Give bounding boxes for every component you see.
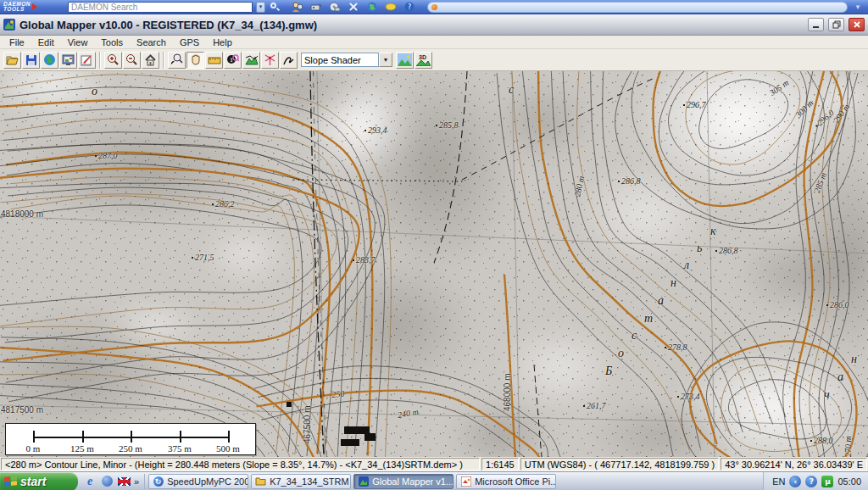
help-icon[interactable]: ? (403, 2, 415, 13)
open-icon (6, 54, 19, 66)
shader-combo[interactable]: Slope Shader ▼ (301, 53, 392, 67)
internet-explorer-icon[interactable]: e (83, 475, 97, 488)
measure-ruler-icon (208, 55, 221, 65)
user-icon[interactable] (291, 2, 303, 13)
scale-tick-label: 125 m (70, 443, 94, 454)
scale-tick-label: 0 m (26, 443, 41, 454)
desktop-screen: DAEMONTOOLS ▼ ? (0, 0, 868, 490)
menu-gps[interactable]: GPS (174, 36, 205, 48)
zoom-out-button[interactable] (123, 52, 141, 69)
digitizer-sheet-icon (81, 54, 93, 66)
daemon-address-bar[interactable] (427, 2, 848, 13)
digitizer-button[interactable] (78, 52, 96, 69)
full-view-button[interactable] (142, 52, 159, 69)
toolbar-separator (163, 52, 164, 69)
scale-tick (33, 431, 35, 443)
open-button[interactable] (3, 52, 21, 69)
menu-help[interactable]: Help (207, 36, 238, 48)
menu-edit[interactable]: Edit (32, 36, 60, 48)
svg-text:i: i (231, 56, 233, 64)
task-speedupmypc[interactable]: ↻ SpeedUpMyPC 2009 (148, 474, 248, 489)
map-vector-layer (0, 71, 868, 457)
scale-tick (131, 431, 132, 443)
statusbar: <280 m> Contour Line, Minor - (Height = … (0, 457, 868, 471)
overlay-center-button[interactable] (59, 52, 77, 69)
full-view-home-icon (144, 54, 157, 66)
zoom-tool-icon (170, 53, 183, 66)
pan-hand-button[interactable] (186, 52, 204, 69)
search-lens-icon[interactable] (269, 2, 281, 13)
search-dropdown-button[interactable]: ▼ (256, 2, 265, 13)
task-office-picture[interactable]: Microsoft Office Pi... (456, 474, 556, 489)
status-utm-position: UTM (WGS84) - ( 467717.142, 4818199.759 … (520, 458, 719, 471)
browser-globe-icon[interactable] (100, 475, 114, 488)
scale-tick (228, 431, 230, 443)
scan-speckle (0, 71, 868, 457)
web-globe-icon[interactable] (365, 2, 378, 13)
menu-search[interactable]: Search (131, 36, 172, 48)
main-toolbar: i Slope Shader ▼ 3D (0, 49, 868, 71)
scale-tick (180, 431, 181, 443)
view-shed-icon (264, 54, 276, 66)
titlebar[interactable]: Global Mapper v10.00 - REGISTERED (K7_34… (0, 14, 868, 36)
task-global-mapper[interactable]: Global Mapper v1... (353, 474, 453, 489)
scale-tick-label: 375 m (168, 443, 192, 454)
scale-tick-label: 500 m (216, 443, 240, 454)
combo-arrow-icon[interactable]: ▼ (379, 53, 392, 67)
quick-launch-more[interactable]: » (134, 476, 139, 487)
download-globe-icon (43, 53, 56, 66)
map-canvas[interactable]: 4818000 m4817500 m467500 m468000 m305 m3… (0, 71, 868, 457)
disc-icon[interactable] (328, 2, 341, 13)
path-profile-button[interactable] (242, 52, 260, 69)
pen-tool-icon (282, 54, 295, 66)
measure-button[interactable] (205, 52, 223, 69)
download-globe-button[interactable] (41, 52, 58, 69)
office-picture-icon (460, 476, 471, 487)
language-bar-chevron-icon[interactable]: ‹ (789, 476, 801, 487)
pen-tool-button[interactable] (280, 52, 298, 69)
zoom-in-button[interactable] (104, 52, 122, 69)
save-icon (25, 54, 37, 66)
svg-text:3D: 3D (419, 54, 426, 60)
close-button[interactable] (849, 18, 865, 31)
windows-flag-icon (4, 476, 17, 487)
menu-file[interactable]: File (3, 36, 31, 48)
chevron-down-icon[interactable]: ▼ (851, 3, 865, 11)
daemon-search-input[interactable] (68, 2, 253, 13)
language-indicator[interactable]: EN (772, 476, 785, 487)
status-latlon: 43° 30.96214' N, 26° 36.03439' E (721, 458, 867, 471)
feature-info-button[interactable]: i (224, 52, 242, 69)
uk-flag-icon[interactable] (117, 475, 131, 488)
minimize-button[interactable] (808, 18, 824, 31)
texture-map-button[interactable] (396, 52, 414, 69)
scale-tick-label: 250 m (119, 443, 142, 454)
window-title: Global Mapper v10.00 - REGISTERED (K7_34… (19, 19, 804, 31)
system-tray: EN ‹ ? µ 05:00 (763, 472, 868, 490)
menu-view[interactable]: View (62, 36, 94, 48)
bubble-icon[interactable] (384, 2, 397, 13)
tray-help-icon[interactable]: ? (805, 476, 817, 487)
clock[interactable]: 05:00 (837, 476, 861, 487)
quick-launch: e » (78, 474, 145, 489)
daemon-toolbar: DAEMONTOOLS ▼ ? (0, 0, 868, 14)
daemon-icon-cluster: ? (291, 2, 415, 13)
folder-icon (255, 476, 266, 487)
status-scale: 1:6145 (481, 458, 519, 471)
view-3d-button[interactable]: 3D (415, 52, 432, 69)
start-button[interactable]: start (0, 472, 78, 490)
menu-tools[interactable]: Tools (95, 36, 129, 48)
scale-tick (82, 431, 84, 443)
view-shed-button[interactable] (261, 52, 279, 69)
task-folder-k7[interactable]: K7_34_134_STRM (251, 474, 351, 489)
taskbar: start e » ↻ SpeedUpMyPC 2009 (0, 471, 868, 490)
speedupmypc-icon: ↻ (153, 476, 164, 487)
shader-combo-value: Slope Shader (301, 53, 379, 67)
daemon-logo[interactable]: DAEMONTOOLS (3, 2, 64, 13)
zoom-tool-button[interactable] (168, 52, 186, 69)
daemon-play-icon (32, 3, 37, 10)
save-button[interactable] (22, 52, 40, 69)
restore-button[interactable] (828, 18, 844, 31)
tools-icon[interactable] (347, 2, 359, 13)
utorrent-icon[interactable]: µ (821, 476, 833, 487)
mount-drive-icon[interactable] (309, 2, 322, 13)
